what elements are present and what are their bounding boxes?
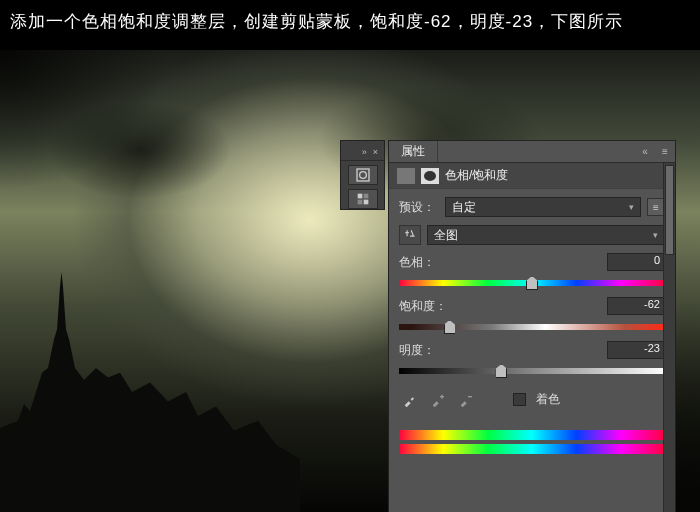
scrollbar-thumb[interactable] (665, 165, 674, 255)
svg-rect-3 (363, 194, 368, 199)
image-canvas: » × 属性 « ≡ 色相/饱和度 预设： 自定▾ (0, 50, 700, 512)
lightness-slider[interactable] (399, 363, 665, 377)
eyedropper-add-icon[interactable] (429, 392, 447, 408)
range-select[interactable]: 全图▾ (427, 225, 665, 245)
panel-scrollbar[interactable] (663, 163, 675, 512)
eyedropper-row: 着色 (401, 391, 665, 408)
svg-rect-4 (357, 200, 362, 205)
panel-header: 属性 « ≡ (389, 141, 675, 163)
targeted-adjust-icon[interactable] (399, 225, 421, 245)
panel-dock[interactable]: » × (340, 140, 385, 210)
chevron-down-icon: ▾ (629, 202, 634, 212)
saturation-value-input[interactable]: -62 (607, 297, 665, 315)
color-range-strip (399, 430, 665, 454)
adjustment-title: 色相/饱和度 (445, 167, 508, 184)
dock-expand-icon[interactable]: » (362, 147, 367, 157)
panel-menu-icon[interactable]: ≡ (655, 146, 675, 157)
hue-slider[interactable] (399, 275, 665, 289)
saturation-label: 饱和度： (399, 298, 447, 315)
eyedropper-subtract-icon[interactable] (457, 392, 475, 408)
lightness-value-input[interactable]: -23 (607, 341, 665, 359)
saturation-slider-block: 饱和度： -62 (399, 297, 665, 333)
dock-styles-button[interactable] (348, 189, 378, 209)
properties-tab[interactable]: 属性 (389, 141, 438, 162)
dock-adjustments-button[interactable] (348, 165, 378, 185)
svg-point-1 (359, 172, 366, 179)
saturation-slider[interactable] (399, 319, 665, 333)
chevron-down-icon: ▾ (653, 230, 658, 240)
dock-close-icon[interactable]: × (373, 147, 378, 157)
lightness-label: 明度： (399, 342, 435, 359)
eyedropper-icon[interactable] (401, 392, 419, 408)
range-row: 全图▾ (399, 225, 665, 245)
mask-icon[interactable] (421, 168, 439, 184)
panel-collapse-icon[interactable]: « (635, 146, 655, 157)
hue-value-input[interactable]: 0 (607, 253, 665, 271)
svg-rect-2 (357, 194, 362, 199)
colorize-checkbox[interactable] (513, 393, 526, 406)
properties-panel: 属性 « ≡ 色相/饱和度 预设： 自定▾ ≡ 全 (388, 140, 676, 512)
svg-rect-0 (357, 169, 369, 181)
instruction-caption: 添加一个色相饱和度调整层，创建剪贴蒙板，饱和度-62，明度-23，下图所示 (0, 0, 700, 51)
hue-slider-thumb[interactable] (526, 276, 538, 290)
hue-label: 色相： (399, 254, 435, 271)
adjustment-type-row: 色相/饱和度 (389, 163, 675, 189)
lightness-slider-block: 明度： -23 (399, 341, 665, 377)
preset-label: 预设： (399, 199, 439, 216)
lightness-slider-thumb[interactable] (495, 364, 507, 378)
colorize-label: 着色 (536, 391, 560, 408)
preset-row: 预设： 自定▾ ≡ (399, 197, 665, 217)
adjustment-icon[interactable] (397, 168, 415, 184)
hue-slider-block: 色相： 0 (399, 253, 665, 289)
preset-select[interactable]: 自定▾ (445, 197, 641, 217)
svg-rect-5 (363, 200, 368, 205)
saturation-slider-thumb[interactable] (444, 320, 456, 334)
